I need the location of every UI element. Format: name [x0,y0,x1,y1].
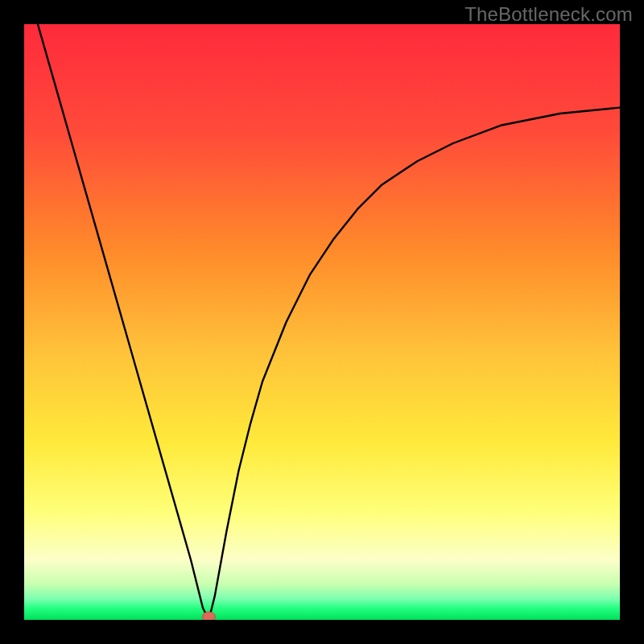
min-marker [202,612,215,620]
gradient-background [24,24,620,620]
bottleneck-chart [24,24,620,620]
chart-frame: TheBottleneck.com [0,0,644,644]
watermark-text: TheBottleneck.com [464,3,633,26]
